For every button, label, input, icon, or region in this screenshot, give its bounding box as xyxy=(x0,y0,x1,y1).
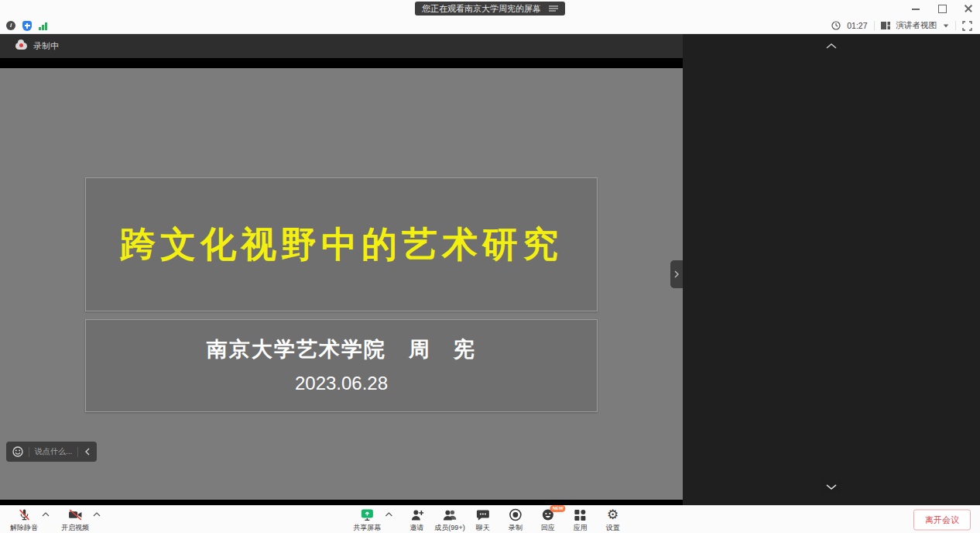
close-icon[interactable] xyxy=(963,3,974,14)
scroll-down-icon[interactable] xyxy=(822,479,841,494)
window-titlebar: 您正在观看南京大学周宪的屏幕 xyxy=(0,0,980,17)
members-button[interactable]: 成员(99+) xyxy=(434,507,464,533)
divider xyxy=(874,21,875,30)
record-button[interactable]: 录制 xyxy=(501,507,530,533)
share-screen-button[interactable]: 共享屏幕 xyxy=(352,507,382,533)
scroll-up-icon[interactable] xyxy=(825,39,838,53)
quick-chat-input[interactable]: 说点什么... xyxy=(6,442,97,462)
share-options-caret-icon[interactable] xyxy=(385,512,392,517)
invite-button[interactable]: 邀请 xyxy=(402,507,431,533)
meeting-timer: 01:27 xyxy=(847,21,867,30)
recording-strip: 录制中 xyxy=(0,34,683,58)
meeting-window: 您正在观看南京大学周宪的屏幕 i xyxy=(0,0,980,533)
share-screen-label: 共享屏幕 xyxy=(353,523,381,533)
menu-icon[interactable] xyxy=(549,5,558,12)
watching-screen-text: 您正在观看南京大学周宪的屏幕 xyxy=(422,3,541,15)
video-options-caret-icon[interactable] xyxy=(93,512,101,517)
chat-bubble-icon xyxy=(476,507,489,522)
watching-screen-pill: 您正在观看南京大学周宪的屏幕 xyxy=(415,2,565,15)
apps-grid-icon xyxy=(574,507,587,522)
record-label: 录制 xyxy=(509,523,523,533)
chevron-right-icon xyxy=(673,270,680,279)
meeting-topbar: i 01:27 演讲者视图 xyxy=(0,17,980,34)
settings-button[interactable]: ⚙ 设置 xyxy=(598,507,628,533)
divider xyxy=(77,447,78,457)
invite-label: 邀请 xyxy=(409,523,423,533)
layout-icon xyxy=(881,21,890,30)
toolbar-left-group: 解除静音 开启视频 xyxy=(9,507,101,533)
mic-options-caret-icon[interactable] xyxy=(42,512,50,517)
window-controls xyxy=(910,0,974,17)
slide-title-box: 跨文化视野中的艺术研究 xyxy=(85,177,598,311)
record-icon xyxy=(509,507,522,522)
collapse-chat-icon[interactable] xyxy=(84,447,91,456)
view-mode-label[interactable]: 演讲者视图 xyxy=(896,20,937,31)
start-video-button[interactable]: 开启视频 xyxy=(60,507,90,533)
recording-label: 录制中 xyxy=(33,40,59,52)
apps-button[interactable]: 应用 xyxy=(566,507,595,533)
toolbar-center-group: 共享屏幕 邀请 xyxy=(352,507,627,533)
slide-subtitle-box: 南京大学艺术学院 周 宪 2023.06.28 xyxy=(85,319,598,412)
camera-off-icon xyxy=(68,507,83,522)
cloud-recording-icon xyxy=(15,43,27,50)
settings-label: 设置 xyxy=(606,523,620,533)
security-shield-icon[interactable] xyxy=(22,21,32,31)
maximize-icon[interactable] xyxy=(937,3,947,14)
share-screen-icon xyxy=(360,507,374,522)
start-video-label: 开启视频 xyxy=(61,523,89,533)
topbar-status-icons: i xyxy=(6,17,47,34)
fullscreen-icon[interactable] xyxy=(962,21,972,31)
sidebar-expand-handle[interactable] xyxy=(670,260,683,288)
chat-button[interactable]: 聊天 xyxy=(468,507,498,533)
reactions-label: 回应 xyxy=(541,523,555,533)
slide-title: 跨文化视野中的艺术研究 xyxy=(120,221,563,269)
clock-icon xyxy=(831,21,841,30)
apps-label: 应用 xyxy=(574,523,588,533)
emoji-icon[interactable] xyxy=(12,446,23,457)
shared-screen-area: 录制中 跨文化视野中的艺术研究 南京大学艺术学院 周 宪 2023.06.28 … xyxy=(0,34,683,505)
participants-sidebar xyxy=(683,34,980,505)
reactions-button[interactable]: NEW 回应 xyxy=(533,507,563,533)
bottom-toolbar: 解除静音 开启视频 xyxy=(0,505,980,533)
divider xyxy=(29,447,29,457)
members-label: 成员(99+) xyxy=(434,523,464,533)
slide-date: 2023.06.28 xyxy=(86,373,597,394)
network-signal-icon xyxy=(39,22,47,30)
slide-author: 南京大学艺术学院 周 宪 xyxy=(86,335,597,363)
minimize-icon[interactable] xyxy=(910,3,921,14)
unmute-button[interactable]: 解除静音 xyxy=(9,507,39,533)
members-icon xyxy=(442,507,457,522)
topbar-right: 01:27 演讲者视图 xyxy=(831,17,972,34)
mic-muted-icon xyxy=(18,507,31,522)
presentation-slide: 跨文化视野中的艺术研究 南京大学艺术学院 周 宪 2023.06.28 xyxy=(0,68,683,500)
chat-placeholder[interactable]: 说点什么... xyxy=(35,446,72,457)
new-badge: NEW xyxy=(550,505,566,512)
chat-label: 聊天 xyxy=(476,523,490,533)
view-mode-caret-icon[interactable] xyxy=(944,24,948,27)
settings-gear-icon: ⚙ xyxy=(607,507,618,522)
leave-meeting-button[interactable]: 离开会议 xyxy=(913,509,971,530)
divider xyxy=(955,21,956,30)
invite-person-icon xyxy=(410,507,423,522)
unmute-label: 解除静音 xyxy=(10,523,38,533)
info-icon[interactable]: i xyxy=(6,21,15,30)
